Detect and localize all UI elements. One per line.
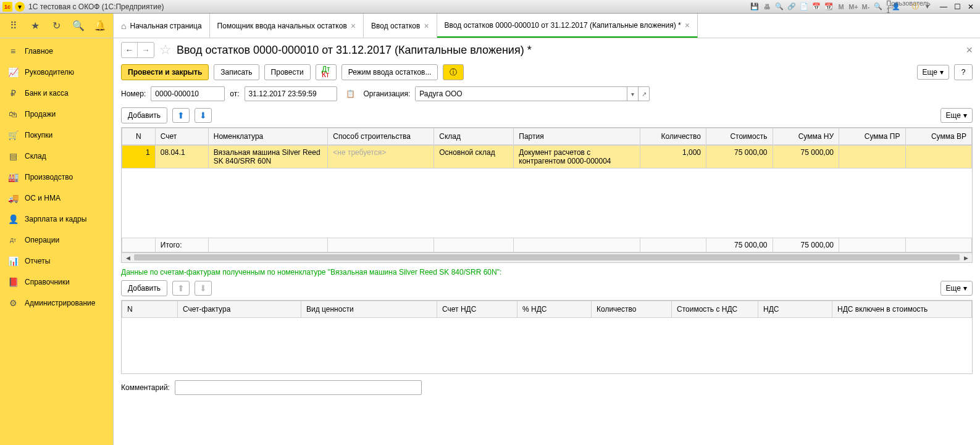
back-button[interactable]: ←: [122, 43, 138, 57]
dropdown-icon[interactable]: ▾: [627, 87, 638, 101]
help-button[interactable]: ?: [954, 64, 973, 80]
sidebar-item-operations[interactable]: ДтОперации: [0, 230, 113, 251]
sidebar-item-sales[interactable]: 🛍Продажи: [0, 104, 113, 125]
truck-icon: 🚚: [7, 193, 19, 204]
col-nomenclature[interactable]: Номенклатура: [208, 128, 328, 145]
date-input[interactable]: [245, 86, 337, 101]
tool-icon-date[interactable]: 📆: [823, 1, 834, 12]
col2-nds-included[interactable]: НДС включен в стоимость: [832, 301, 972, 318]
col-account[interactable]: Счет: [155, 128, 208, 145]
sidebar-item-admin[interactable]: ⚙Администрирование: [0, 293, 113, 314]
sidebar-item-main[interactable]: ≡Главное: [0, 41, 113, 62]
tab-close-icon[interactable]: ×: [685, 20, 690, 30]
col-qty[interactable]: Количество: [640, 128, 706, 145]
sidebar-item-production[interactable]: 🏭Производство: [0, 167, 113, 188]
col-sum-nu[interactable]: Сумма НУ: [773, 128, 839, 145]
tool-zoom-icon[interactable]: 🔍: [873, 1, 884, 12]
provesti-button[interactable]: Провести: [264, 64, 311, 80]
open-icon[interactable]: ↗: [638, 87, 649, 101]
col-n[interactable]: N: [122, 128, 156, 145]
sidebar-item-references[interactable]: 📕Справочники: [0, 272, 113, 293]
col-construction[interactable]: Способ строительства: [328, 128, 434, 145]
tab-close-icon[interactable]: ×: [351, 21, 356, 31]
sidebar-item-hr[interactable]: 👤Зарплата и кадры: [0, 209, 113, 230]
tool-icon-preview[interactable]: 🔍: [774, 1, 785, 12]
add-row-button[interactable]: Добавить: [121, 107, 167, 123]
apps-icon[interactable]: ⠿: [7, 19, 20, 33]
tool-m[interactable]: M: [836, 1, 847, 12]
calendar-icon[interactable]: 📋: [346, 89, 355, 98]
info-button[interactable]: ⓘ: [443, 64, 464, 80]
tool-m-minus[interactable]: M-: [860, 1, 871, 12]
history-icon[interactable]: ↻: [50, 19, 64, 33]
tool-icon-link[interactable]: 🔗: [786, 1, 797, 12]
tab-home[interactable]: ⌂ Начальная страница: [114, 14, 210, 38]
zapisat-button[interactable]: Записать: [214, 64, 259, 80]
table-more-button[interactable]: Еще▾: [940, 108, 973, 123]
app-menu-dropdown[interactable]: ▾: [15, 2, 25, 12]
minimize-button[interactable]: —: [937, 2, 950, 12]
tab-document[interactable]: Ввод остатков 0000-000010 от 31.12.2017 …: [437, 14, 698, 38]
sidebar-item-assets[interactable]: 🚚ОС и НМА: [0, 188, 113, 209]
favorite-icon[interactable]: ★: [28, 19, 42, 33]
favorite-star-icon[interactable]: ☆: [159, 42, 172, 58]
col2-qty[interactable]: Количество: [592, 301, 672, 318]
table-row[interactable]: 1 08.04.1 Вязальная машина Silver Reed S…: [122, 146, 972, 168]
col2-nds[interactable]: НДС: [758, 301, 832, 318]
col2-value-type[interactable]: Вид ценности: [301, 301, 437, 318]
move-down-button[interactable]: ⬇: [195, 108, 212, 123]
table2-body[interactable]: [122, 318, 972, 373]
org-select[interactable]: ▾ ↗: [415, 86, 650, 101]
col-cost[interactable]: Стоимость: [706, 128, 773, 145]
comment-input[interactable]: [175, 380, 422, 395]
forward-button[interactable]: →: [138, 43, 154, 57]
close-window-button[interactable]: ✕: [964, 2, 978, 12]
search-icon[interactable]: 🔍: [72, 19, 85, 33]
dropdown-icon[interactable]: ▾: [922, 1, 933, 12]
tool-icon-print[interactable]: 🖶: [761, 1, 773, 12]
col2-nds-account[interactable]: Счет НДС: [437, 301, 517, 318]
tool-icon-save[interactable]: 💾: [749, 1, 760, 12]
info-icon[interactable]: ⓘ: [910, 1, 921, 12]
tool-m-plus[interactable]: M+: [848, 1, 859, 12]
tab-vvod-ostatkov[interactable]: Ввод остатков ×: [364, 14, 437, 38]
scroll-thumb[interactable]: [134, 254, 960, 260]
sidebar-item-purchases[interactable]: 🛒Покупки: [0, 125, 113, 146]
col-batch[interactable]: Партия: [514, 128, 640, 145]
move-up-button[interactable]: ⬆: [172, 108, 190, 123]
org-input[interactable]: [416, 87, 627, 101]
close-page-button[interactable]: ×: [966, 44, 973, 57]
col2-invoice[interactable]: Счет-фактура: [178, 301, 301, 318]
sidebar-item-manager[interactable]: 📈Руководителю: [0, 62, 113, 83]
col-sum-pr[interactable]: Сумма ПР: [839, 128, 906, 145]
horizontal-scrollbar[interactable]: ◀ ▶: [122, 252, 972, 262]
nomer-input[interactable]: [151, 86, 225, 101]
table-body[interactable]: 1 08.04.1 Вязальная машина Silver Reed S…: [122, 145, 972, 238]
tool-icon-calendar[interactable]: 📅: [811, 1, 822, 12]
bell-icon[interactable]: 🔔: [93, 19, 107, 33]
dtkt-button[interactable]: ДтКт: [316, 64, 337, 80]
move-down2-button[interactable]: ⬇: [195, 281, 212, 296]
col-sum-vr[interactable]: Сумма ВР: [905, 128, 972, 145]
user-label[interactable]: 👤 Пользователь 1: [897, 1, 908, 12]
sidebar-item-warehouse[interactable]: ▤Склад: [0, 146, 113, 167]
col2-nds-pct[interactable]: % НДС: [517, 301, 592, 318]
ot-label: от:: [230, 89, 239, 98]
col2-n[interactable]: N: [122, 301, 178, 318]
col2-cost-nds[interactable]: Стоимость с НДС: [672, 301, 758, 318]
sidebar-item-bank[interactable]: ₽Банк и касса: [0, 83, 113, 104]
tab-helper[interactable]: Помощник ввода начальных остатков ×: [210, 14, 364, 38]
scroll-left-icon[interactable]: ◀: [123, 253, 133, 263]
sidebar-item-reports[interactable]: 📊Отчеты: [0, 251, 113, 272]
table2-more-button[interactable]: Еще▾: [940, 281, 973, 296]
add-row2-button[interactable]: Добавить: [121, 280, 167, 296]
tool-icon-doc[interactable]: 📄: [798, 1, 810, 12]
scroll-right-icon[interactable]: ▶: [961, 253, 971, 263]
rezhim-button[interactable]: Режим ввода остатков...: [341, 64, 438, 80]
more-button[interactable]: Еще▾: [917, 65, 949, 80]
move-up2-button[interactable]: ⬆: [172, 281, 190, 296]
tab-close-icon[interactable]: ×: [424, 21, 429, 31]
maximize-button[interactable]: ☐: [950, 2, 964, 12]
col-warehouse[interactable]: Склад: [434, 128, 514, 145]
provesti-zakryt-button[interactable]: Провести и закрыть: [121, 64, 209, 80]
